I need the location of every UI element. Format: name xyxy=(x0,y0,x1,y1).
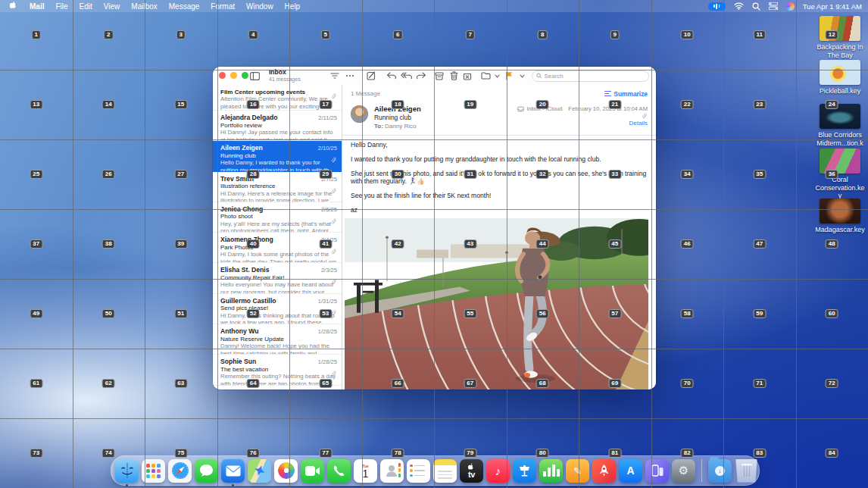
menu-item-window[interactable]: Window xyxy=(246,2,273,11)
desktop-file-pickleball[interactable]: Pickleball.key xyxy=(815,60,865,95)
message-subject: Running club xyxy=(374,114,411,121)
dock-numbers[interactable] xyxy=(539,459,563,483)
email-list-item[interactable]: Trev Smith2/7/25 Illustration reference … xyxy=(213,172,342,202)
menu-item-mailbox[interactable]: Mailbox xyxy=(131,2,157,11)
spotlight-search-icon[interactable] xyxy=(752,2,760,11)
attachment-icon xyxy=(331,305,337,311)
grid-cell-label: 34 xyxy=(681,170,694,179)
menu-item-format[interactable]: Format xyxy=(211,2,235,11)
dock-tv[interactable]: tv xyxy=(460,459,483,483)
menu-item-file[interactable]: File xyxy=(55,2,67,11)
flag-button[interactable] xyxy=(502,70,516,82)
reply-all-button[interactable] xyxy=(399,70,413,82)
wifi-icon[interactable] xyxy=(734,2,744,10)
photos-pinwheel-icon xyxy=(278,462,295,479)
filter-button[interactable] xyxy=(328,70,342,82)
details-link[interactable]: Details xyxy=(629,119,648,127)
minimize-button[interactable] xyxy=(230,72,237,79)
search-input[interactable] xyxy=(544,73,645,80)
reply-button[interactable] xyxy=(384,70,398,82)
email-list-item[interactable]: Guillermo Castillo1/31/25 Send pics plea… xyxy=(213,294,342,324)
forward-button[interactable] xyxy=(414,70,428,82)
grid-cell-label: 10 xyxy=(681,30,694,39)
menu-item-mail[interactable]: Mail xyxy=(30,2,44,11)
control-center-icon[interactable] xyxy=(769,2,778,10)
menu-item-help[interactable]: Help xyxy=(285,2,301,11)
summarize-button[interactable]: Summarize xyxy=(604,90,648,98)
dock-maps[interactable] xyxy=(248,459,271,483)
pen-glyph: ✎ xyxy=(573,465,582,477)
email-list-item[interactable]: Elisha St. Denis2/3/25 Community Repair … xyxy=(213,263,342,293)
dock-app-store[interactable]: A xyxy=(619,459,642,483)
attachment-icon xyxy=(331,274,337,280)
dock-photos[interactable] xyxy=(274,459,298,483)
trash-button[interactable] xyxy=(447,70,461,82)
desktop-file-blue-corridors[interactable]: Blue Corridors Midterm...tion.key xyxy=(815,104,865,155)
email-list-item[interactable]: Jenica Chong2/6/25 Photo shoot Hey, y'al… xyxy=(213,202,342,233)
keynote-thumbnail xyxy=(820,104,860,129)
attachment-icon xyxy=(331,244,337,250)
grid-cell-label: 73 xyxy=(30,449,42,458)
archive-button[interactable] xyxy=(432,70,446,82)
dock-iphone-mirroring[interactable] xyxy=(645,459,669,483)
email-list-item-selected[interactable]: Aileen Zeigen2/10/25 Running club Hello … xyxy=(213,141,342,171)
keynote-thumbnail xyxy=(820,199,860,224)
grid-cell-label: 11 xyxy=(754,30,766,39)
desktop-file-madagascar[interactable]: Madagascar.key xyxy=(815,199,865,234)
menu-bar-clock[interactable]: Tue Apr 1 9:41 AM xyxy=(803,2,862,11)
flag-chevron[interactable] xyxy=(515,70,529,82)
dock-contacts[interactable] xyxy=(380,459,404,483)
grid-cell-label: 6 xyxy=(393,30,402,39)
dock-notes[interactable] xyxy=(433,459,457,483)
grid-cell-label: 37 xyxy=(30,239,42,249)
sidebar-toggle-button[interactable] xyxy=(248,70,261,82)
grid-line xyxy=(796,0,797,488)
grid-cell-label: 9 xyxy=(610,30,620,39)
dock-messages[interactable] xyxy=(195,459,218,483)
message-date: February 10, 2025 at 10:04 AM xyxy=(568,105,648,113)
grid-line xyxy=(0,418,868,419)
dock-trash[interactable] xyxy=(735,459,758,483)
app-store-glyph: A xyxy=(626,465,634,477)
compose-button[interactable] xyxy=(364,70,378,82)
search-field[interactable] xyxy=(532,70,649,82)
music-note-glyph: ♪ xyxy=(495,465,501,477)
apple-menu[interactable] xyxy=(10,1,18,11)
close-button[interactable] xyxy=(219,72,226,79)
menu-bar: Mail File Edit View Mailbox Message Form… xyxy=(0,0,868,12)
grid-cell-label: 35 xyxy=(753,170,766,179)
dock-calendar[interactable]: Tue 1 xyxy=(354,459,377,483)
junk-button[interactable] xyxy=(461,70,474,82)
screen-mirroring-indicator[interactable] xyxy=(708,2,726,11)
running-track-photo[interactable] xyxy=(345,218,648,389)
dock-facetime[interactable] xyxy=(301,459,324,483)
dock-games[interactable] xyxy=(592,459,616,483)
dock-system-settings[interactable]: ⚙ xyxy=(672,459,695,483)
email-list-item[interactable]: Sophie Sun1/28/25 The best vacation Reme… xyxy=(213,355,342,385)
menu-item-view[interactable]: View xyxy=(104,2,120,11)
sender-avatar[interactable] xyxy=(351,105,368,123)
siri-icon[interactable] xyxy=(786,2,795,11)
dock-safari[interactable] xyxy=(168,459,192,483)
more-button[interactable] xyxy=(343,70,357,82)
email-list-item[interactable]: Film Center upcoming events Attention Fi… xyxy=(213,85,342,111)
dock-phone[interactable] xyxy=(327,459,351,483)
dock-finder[interactable] xyxy=(115,459,139,483)
dock-mail[interactable] xyxy=(221,459,245,483)
email-list-item[interactable]: Alejandra Delgado2/11/25 Portfolio revie… xyxy=(213,111,342,141)
email-list-item[interactable]: Xiaomeng Zhong2/4/25 Park Photos Hi Dann… xyxy=(213,233,342,263)
dock-music[interactable]: ♪ xyxy=(486,459,510,483)
dock-downloads-folder[interactable]: ↓ xyxy=(708,459,732,483)
menu-item-message[interactable]: Message xyxy=(169,2,200,11)
email-list-item[interactable]: Anthony Wu1/28/25 Nature Reserve Update … xyxy=(213,324,342,355)
dock-keynote[interactable] xyxy=(513,459,536,483)
grid-cell-label: 25 xyxy=(30,170,42,179)
dock-pages[interactable]: ✎ xyxy=(566,459,589,483)
dock-reminders[interactable] xyxy=(407,459,430,483)
dock-launchpad[interactable] xyxy=(142,459,165,483)
menu-item-edit[interactable]: Edit xyxy=(80,2,92,11)
attachment-icon xyxy=(642,113,648,119)
grid-cell-label: 46 xyxy=(681,239,694,249)
grid-cell-label: 22 xyxy=(681,100,694,109)
desktop-file-coral[interactable]: Coral Conservation.key xyxy=(815,149,865,200)
